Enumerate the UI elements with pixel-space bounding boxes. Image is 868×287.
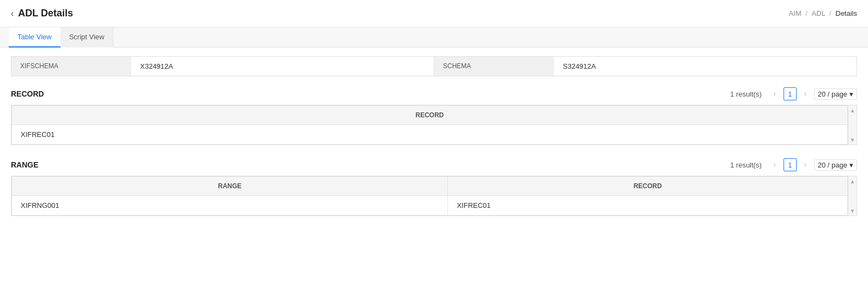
range-per-page-chevron: ▾ [849,161,853,169]
range-section-header: RANGE 1 result(s) ‹ 1 › 20 / page ▾ [11,158,857,171]
record-page-num[interactable]: 1 [784,87,797,100]
range-pagination: 1 result(s) ‹ 1 › 20 / page ▾ [730,158,857,171]
range-prev-page[interactable]: ‹ [768,158,781,171]
record-cell-record: XIFREC01 [12,125,848,145]
record-prev-page[interactable]: ‹ [768,87,781,100]
range-col-header-record: RECORD [448,177,848,196]
breadcrumb-adl[interactable]: ADL [812,9,825,17]
schema-value-schema: S324912A [554,57,857,76]
record-section-title: RECORD [11,89,44,98]
main-content: XIFSCHEMA X324912A SCHEMA S324912A RECOR… [0,47,868,238]
record-scrollbar: ▲ ▼ [848,105,857,145]
header-left: ‹ ADL Details [11,8,73,19]
breadcrumb-current: Details [835,9,857,17]
range-cell-range: XIFRNG001 [12,196,448,216]
breadcrumb: AIM / ADL / Details [789,9,857,17]
range-col-header-range: RANGE [12,177,448,196]
record-next-page[interactable]: › [799,87,812,100]
range-result-count: 1 result(s) [730,161,762,169]
breadcrumb-sep-1: / [805,9,809,17]
tab-table-view[interactable]: Table View [9,27,60,47]
table-row: XIFREC01 [12,125,848,145]
tab-script-view[interactable]: Script View [60,27,114,47]
range-page-num[interactable]: 1 [784,158,797,171]
record-per-page-chevron: ▾ [849,90,853,98]
range-section: RANGE 1 result(s) ‹ 1 › 20 / page ▾ RANG… [11,158,857,216]
range-table-wrapper: RANGE RECORD XIFRNG001 XIFREC01 ▲ ▼ [11,176,857,216]
schema-label-schema: SCHEMA [434,57,554,76]
record-section: RECORD 1 result(s) ‹ 1 › 20 / page ▾ REC… [11,87,857,145]
breadcrumb-aim[interactable]: AIM [789,9,802,17]
schema-value-xifschema: X324912A [131,57,434,76]
breadcrumb-sep-2: / [829,9,833,17]
range-scroll-down[interactable]: ▼ [849,207,857,214]
range-table: RANGE RECORD XIFRNG001 XIFREC01 [11,176,848,216]
range-section-title: RANGE [11,160,39,169]
range-per-page[interactable]: 20 / page ▾ [814,159,857,171]
schema-row: XIFSCHEMA X324912A SCHEMA S324912A [11,56,857,76]
record-table-wrapper: RECORD XIFREC01 ▲ ▼ [11,105,857,145]
back-icon[interactable]: ‹ [11,9,14,19]
page-title: ADL Details [18,8,73,19]
range-cell-record: XIFREC01 [448,196,848,216]
record-section-header: RECORD 1 result(s) ‹ 1 › 20 / page ▾ [11,87,857,100]
record-table: RECORD XIFREC01 [11,105,848,145]
range-next-page[interactable]: › [799,158,812,171]
schema-label-xifschema: XIFSCHEMA [11,57,131,76]
table-row: XIFRNG001 XIFREC01 [12,196,848,216]
record-col-header: RECORD [12,106,848,125]
record-scroll-up[interactable]: ▲ [849,106,857,114]
record-scroll-down[interactable]: ▼ [849,136,857,144]
record-result-count: 1 result(s) [730,90,762,98]
range-scroll-up[interactable]: ▲ [849,177,857,185]
record-pagination: 1 result(s) ‹ 1 › 20 / page ▾ [730,87,857,100]
record-per-page[interactable]: 20 / page ▾ [814,88,857,100]
header: ‹ ADL Details AIM / ADL / Details [0,0,868,27]
tabs: Table View Script View [0,27,868,47]
range-scrollbar: ▲ ▼ [848,176,857,216]
